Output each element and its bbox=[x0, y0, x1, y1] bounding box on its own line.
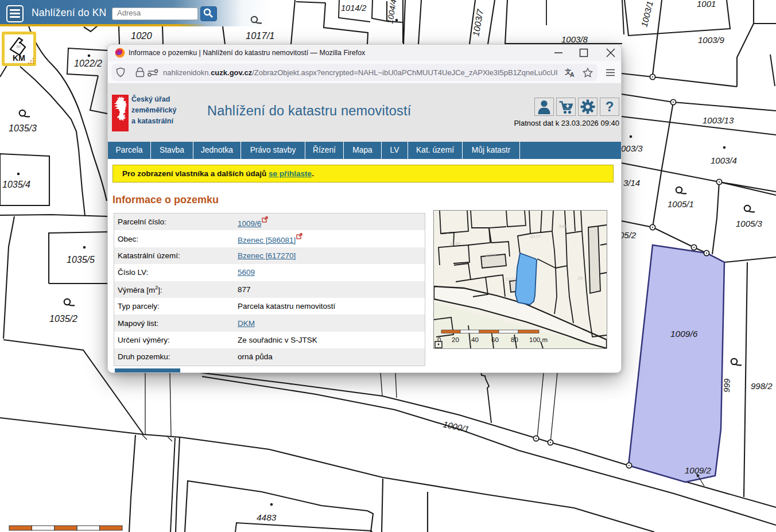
svg-text:29: 29 bbox=[577, 275, 583, 281]
svg-text:1313: 1313 bbox=[506, 277, 516, 282]
svg-text:1003/8: 1003/8 bbox=[561, 34, 588, 44]
svg-text:40: 40 bbox=[471, 336, 479, 343]
svg-text:543: 543 bbox=[559, 224, 567, 229]
svg-text:999: 999 bbox=[722, 378, 732, 393]
svg-text:1017/1: 1017/1 bbox=[246, 30, 274, 41]
svg-text:1035/4: 1035/4 bbox=[2, 180, 30, 189]
svg-text:1310: 1310 bbox=[486, 253, 496, 258]
svg-text:6177: 6177 bbox=[530, 234, 541, 239]
svg-text:1009/6: 1009/6 bbox=[670, 329, 698, 339]
svg-text:1035/2: 1035/2 bbox=[49, 314, 77, 324]
svg-text:100 m: 100 m bbox=[529, 336, 548, 343]
svg-text:05/2: 05/2 bbox=[619, 230, 637, 240]
svg-text:A: A bbox=[570, 71, 575, 77]
svg-text:1005/1: 1005/1 bbox=[668, 199, 694, 209]
svg-text:1035/5: 1035/5 bbox=[67, 255, 95, 265]
svg-text:1009/2: 1009/2 bbox=[685, 465, 712, 475]
svg-text:003/3: 003/3 bbox=[621, 143, 643, 153]
svg-text:80: 80 bbox=[511, 336, 518, 343]
svg-text:4483: 4483 bbox=[257, 512, 277, 522]
svg-text:1003/13: 1003/13 bbox=[703, 115, 734, 125]
svg-text:1003/4: 1003/4 bbox=[711, 156, 737, 165]
svg-text:1035/3: 1035/3 bbox=[9, 123, 37, 133]
svg-text:1343: 1343 bbox=[450, 241, 460, 246]
svg-text:1014/2: 1014/2 bbox=[341, 3, 366, 13]
svg-text:1020: 1020 bbox=[131, 30, 153, 41]
svg-text:3/14: 3/14 bbox=[623, 178, 640, 188]
svg-text:1022/2: 1022/2 bbox=[74, 59, 102, 68]
svg-text:1003/9: 1003/9 bbox=[698, 35, 725, 45]
svg-text:1005/3: 1005/3 bbox=[736, 219, 763, 228]
svg-text:302: 302 bbox=[16, 45, 21, 48]
svg-text:1001: 1001 bbox=[697, 0, 716, 9]
svg-text:998/2: 998/2 bbox=[751, 381, 773, 391]
svg-text:20: 20 bbox=[452, 336, 459, 343]
svg-text:60: 60 bbox=[491, 336, 499, 343]
